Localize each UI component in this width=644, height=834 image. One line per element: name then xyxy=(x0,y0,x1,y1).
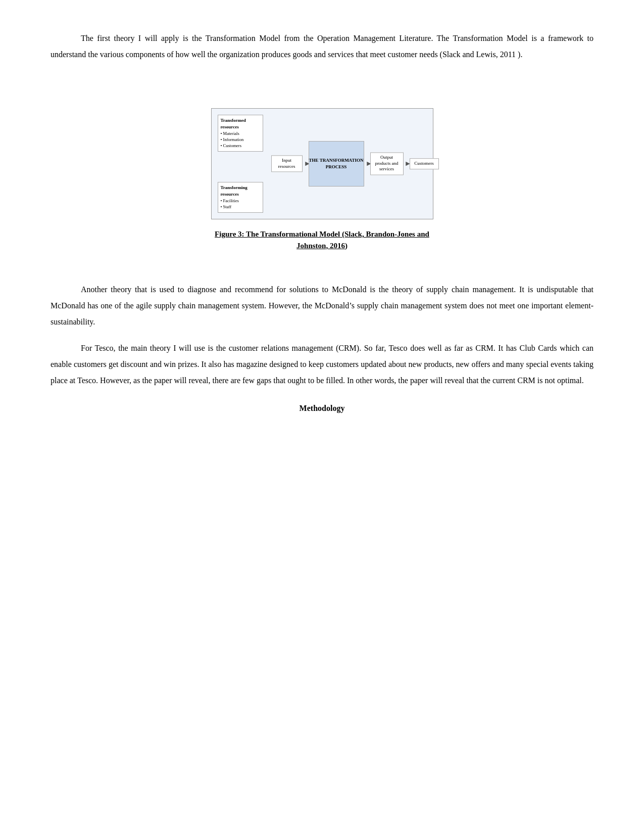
methodology-heading: Methodology xyxy=(51,404,593,413)
paragraph-1: The first theory I will apply is the Tra… xyxy=(51,30,593,63)
figure-caption: Figure 3: The Transformational Model (Sl… xyxy=(206,228,438,251)
output-label: Output products and services xyxy=(375,155,398,171)
paragraph-2: Another theory that is used to diagnose … xyxy=(51,282,593,330)
transformed-items: • Materials • Information • Customers xyxy=(221,131,260,149)
input-label: Input resources xyxy=(278,158,295,169)
transforming-title: Transforming resources xyxy=(221,184,260,197)
customers-label: Customers xyxy=(414,161,434,166)
spacer-2 xyxy=(51,266,593,282)
figure-container: Transformed resources • Materials • Info… xyxy=(206,108,438,251)
spacer-1 xyxy=(51,73,593,88)
transformed-title: Transformed resources xyxy=(221,117,260,130)
transformation-process-box: THE TRANSFORMATION PROCESS xyxy=(309,141,364,187)
transforming-resources-box: Transforming resources • Facilities • St… xyxy=(218,182,263,213)
page-content: The first theory I will apply is the Tra… xyxy=(51,30,593,413)
output-products-box: Output products and services xyxy=(370,152,404,175)
customers-box: Customers xyxy=(410,158,439,169)
transformed-resources-box: Transformed resources • Materials • Info… xyxy=(218,115,263,152)
transformation-label: THE TRANSFORMATION PROCESS xyxy=(309,157,364,170)
paragraph-3: For Tesco, the main theory I will use is… xyxy=(51,340,593,389)
transforming-items: • Facilities • Staff xyxy=(221,198,260,210)
diagram-box: Transformed resources • Materials • Info… xyxy=(211,108,433,219)
input-resources-box: Input resources xyxy=(271,155,303,172)
